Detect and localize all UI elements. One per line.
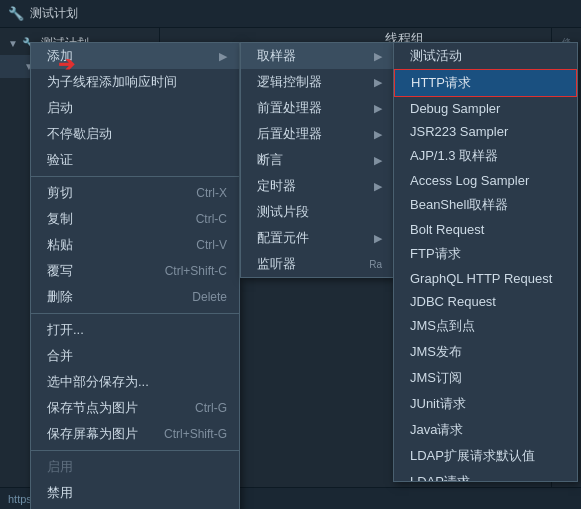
separator-2 bbox=[31, 313, 239, 314]
menu3-bolt-request[interactable]: Bolt Request bbox=[394, 218, 577, 241]
menu-item-add-response-time[interactable]: 为子线程添加响应时间 bbox=[31, 69, 239, 95]
paste-shortcut: Ctrl-V bbox=[196, 238, 227, 252]
menu-item-validate[interactable]: 验证 bbox=[31, 147, 239, 173]
menu3-jms-publish[interactable]: JMS发布 bbox=[394, 339, 577, 365]
menu-item-merge[interactable]: 合并 bbox=[31, 343, 239, 369]
menu3-jsr223-sampler[interactable]: JSR223 Sampler bbox=[394, 120, 577, 143]
menu-item-start-nonstop[interactable]: 不停歇启动 bbox=[31, 121, 239, 147]
menu2-sampler-label: 取样器 bbox=[257, 47, 296, 65]
menu3-ldap-request[interactable]: LDAP请求 bbox=[394, 469, 577, 482]
menu3-access-log-sampler[interactable]: Access Log Sampler bbox=[394, 169, 577, 192]
menu-item-paste[interactable]: 粘贴 Ctrl-V bbox=[31, 232, 239, 258]
sampler-arrow: ▶ bbox=[374, 50, 382, 63]
menu-item-save-screen-img-label: 保存屏幕为图片 bbox=[47, 425, 138, 443]
menu-item-enable[interactable]: 启用 bbox=[31, 454, 239, 480]
menu3-http-request-label: HTTP请求 bbox=[411, 74, 471, 92]
submenu-arrow: ▶ bbox=[219, 50, 227, 63]
menu3-jdbc-request[interactable]: JDBC Request bbox=[394, 290, 577, 313]
menu-item-start-label: 启动 bbox=[47, 99, 73, 117]
menu3-junit-request[interactable]: JUnit请求 bbox=[394, 391, 577, 417]
context-menu-level2: 取样器 ▶ 逻辑控制器 ▶ 前置处理器 ▶ 后置处理器 ▶ 断言 ▶ 定时器 ▶… bbox=[240, 42, 395, 278]
separator-3 bbox=[31, 450, 239, 451]
menu-item-overwrite[interactable]: 覆写 Ctrl+Shift-C bbox=[31, 258, 239, 284]
menu-item-cut[interactable]: 剪切 Ctrl-X bbox=[31, 180, 239, 206]
menu-item-save-node-img[interactable]: 保存节点为图片 Ctrl-G bbox=[31, 395, 239, 421]
menu-item-add-response-label: 为子线程添加响应时间 bbox=[47, 73, 177, 91]
delete-shortcut: Delete bbox=[192, 290, 227, 304]
menu2-test-fragment[interactable]: 测试片段 bbox=[241, 199, 394, 225]
overwrite-shortcut: Ctrl+Shift-C bbox=[165, 264, 227, 278]
menu-item-start[interactable]: 启动 bbox=[31, 95, 239, 121]
menu3-ldap-extended-label: LDAP扩展请求默认值 bbox=[410, 447, 535, 465]
logic-arrow: ▶ bbox=[374, 76, 382, 89]
menu-item-save-screen-img[interactable]: 保存屏幕为图片 Ctrl+Shift-G bbox=[31, 421, 239, 447]
menu3-jms-p2p[interactable]: JMS点到点 bbox=[394, 313, 577, 339]
menu3-graphql-request[interactable]: GraphQL HTTP Request bbox=[394, 267, 577, 290]
menu-item-add[interactable]: 添加 ▶ bbox=[31, 43, 239, 69]
menu2-assertion-label: 断言 bbox=[257, 151, 283, 169]
save-screen-shortcut: Ctrl+Shift-G bbox=[164, 427, 227, 441]
menu3-junit-request-label: JUnit请求 bbox=[410, 395, 466, 413]
menu3-jms-subscribe[interactable]: JMS订阅 bbox=[394, 365, 577, 391]
menu3-test-activity[interactable]: 测试活动 bbox=[394, 43, 577, 69]
listener-hint: Ra bbox=[369, 259, 382, 270]
menu-item-save-selected[interactable]: 选中部分保存为... bbox=[31, 369, 239, 395]
menu2-listener[interactable]: 监听器 Ra bbox=[241, 251, 394, 277]
menu-item-enable-label: 启用 bbox=[47, 458, 73, 476]
menu-item-open[interactable]: 打开... bbox=[31, 317, 239, 343]
menu-item-start-nonstop-label: 不停歇启动 bbox=[47, 125, 112, 143]
menu-item-merge-label: 合并 bbox=[47, 347, 73, 365]
cut-shortcut: Ctrl-X bbox=[196, 186, 227, 200]
menu-item-save-node-img-label: 保存节点为图片 bbox=[47, 399, 138, 417]
menu3-beanshell-sampler[interactable]: BeanShell取样器 bbox=[394, 192, 577, 218]
expand-arrow: ▼ bbox=[8, 38, 18, 49]
menu-item-open-label: 打开... bbox=[47, 321, 84, 339]
menu3-jms-publish-label: JMS发布 bbox=[410, 343, 462, 361]
menu3-graphql-request-label: GraphQL HTTP Request bbox=[410, 271, 552, 286]
title-bar-text: 测试计划 bbox=[30, 5, 78, 22]
menu3-beanshell-sampler-label: BeanShell取样器 bbox=[410, 196, 508, 214]
copy-shortcut: Ctrl-C bbox=[196, 212, 227, 226]
menu-item-cut-label: 剪切 bbox=[47, 184, 73, 202]
menu2-pre-processor[interactable]: 前置处理器 ▶ bbox=[241, 95, 394, 121]
menu2-assertion[interactable]: 断言 ▶ bbox=[241, 147, 394, 173]
assertion-arrow: ▶ bbox=[374, 154, 382, 167]
menu2-timer-label: 定时器 bbox=[257, 177, 296, 195]
menu3-jms-p2p-label: JMS点到点 bbox=[410, 317, 475, 335]
app-icon: 🔧 bbox=[8, 6, 24, 22]
menu2-sampler[interactable]: 取样器 ▶ bbox=[241, 43, 394, 69]
menu2-config-label: 配置元件 bbox=[257, 229, 309, 247]
menu2-post-processor[interactable]: 后置处理器 ▶ bbox=[241, 121, 394, 147]
menu3-jms-subscribe-label: JMS订阅 bbox=[410, 369, 462, 387]
menu-item-validate-label: 验证 bbox=[47, 151, 73, 169]
separator-1 bbox=[31, 176, 239, 177]
menu2-config[interactable]: 配置元件 ▶ bbox=[241, 225, 394, 251]
menu3-ldap-extended[interactable]: LDAP扩展请求默认值 bbox=[394, 443, 577, 469]
menu3-ftp-request[interactable]: FTP请求 bbox=[394, 241, 577, 267]
menu-item-disable[interactable]: 禁用 bbox=[31, 480, 239, 506]
menu2-listener-label: 监听器 bbox=[257, 255, 296, 273]
menu3-test-activity-label: 测试活动 bbox=[410, 47, 462, 65]
menu3-ajp-sampler[interactable]: AJP/1.3 取样器 bbox=[394, 143, 577, 169]
menu-item-delete[interactable]: 删除 Delete bbox=[31, 284, 239, 310]
config-arrow: ▶ bbox=[374, 232, 382, 245]
menu3-java-request[interactable]: Java请求 bbox=[394, 417, 577, 443]
menu3-ajp-sampler-label: AJP/1.3 取样器 bbox=[410, 147, 498, 165]
menu-item-delete-label: 删除 bbox=[47, 288, 73, 306]
menu3-debug-sampler[interactable]: Debug Sampler bbox=[394, 97, 577, 120]
post-arrow: ▶ bbox=[374, 128, 382, 141]
title-bar: 🔧 测试计划 bbox=[0, 0, 581, 28]
context-menu-level3: 测试活动 HTTP请求 Debug Sampler JSR223 Sampler… bbox=[393, 42, 578, 482]
menu2-timer[interactable]: 定时器 ▶ bbox=[241, 173, 394, 199]
menu2-post-processor-label: 后置处理器 bbox=[257, 125, 322, 143]
menu-item-copy[interactable]: 复制 Ctrl-C bbox=[31, 206, 239, 232]
menu3-ldap-request-label: LDAP请求 bbox=[410, 473, 470, 482]
menu2-logic[interactable]: 逻辑控制器 ▶ bbox=[241, 69, 394, 95]
menu3-jsr223-sampler-label: JSR223 Sampler bbox=[410, 124, 508, 139]
context-menu-level1: 添加 ▶ 为子线程添加响应时间 启动 不停歇启动 验证 剪切 Ctrl-X 复制… bbox=[30, 42, 240, 509]
menu-item-overwrite-label: 覆写 bbox=[47, 262, 73, 280]
menu3-java-request-label: Java请求 bbox=[410, 421, 463, 439]
menu3-http-request[interactable]: HTTP请求 bbox=[394, 69, 577, 97]
menu-item-paste-label: 粘贴 bbox=[47, 236, 73, 254]
menu2-pre-processor-label: 前置处理器 bbox=[257, 99, 322, 117]
